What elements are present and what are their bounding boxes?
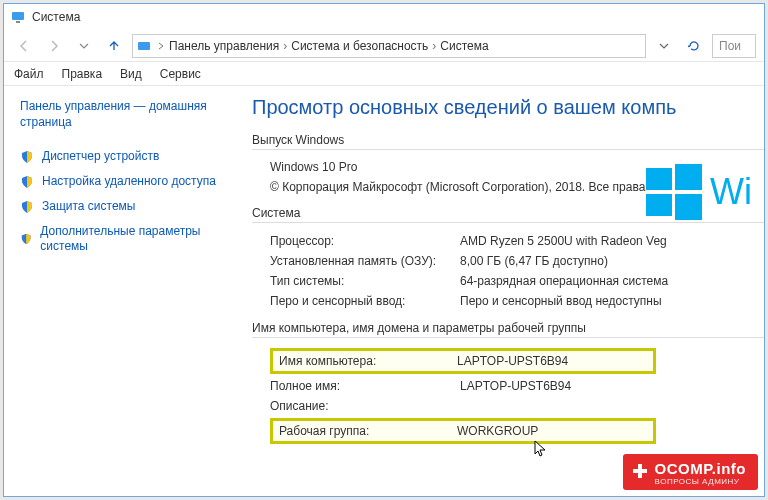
windows-logo-area: Wi [646, 164, 752, 220]
sidebar-item-label: Защита системы [42, 199, 135, 214]
breadcrumb-level1[interactable]: Панель управления [169, 39, 279, 53]
system-icon [10, 9, 26, 25]
menu-edit[interactable]: Правка [62, 67, 103, 81]
row-description: Описание: [270, 396, 764, 416]
watermark-badge: OCOMP.info ВОПРОСЫ АДМИНУ [623, 454, 758, 490]
svg-rect-8 [633, 469, 647, 473]
sidebar-advanced-settings[interactable]: Дополнительные параметры системы [20, 219, 226, 259]
svg-rect-4 [675, 164, 702, 190]
forward-button[interactable] [42, 34, 66, 58]
svg-rect-5 [646, 194, 672, 216]
breadcrumb-level3[interactable]: Система [440, 39, 488, 53]
row-workgroup: Рабочая группа:WORKGROUP [279, 423, 647, 439]
sidebar-device-manager[interactable]: Диспетчер устройств [20, 144, 226, 169]
sidebar-system-protection[interactable]: Защита системы [20, 194, 226, 219]
svg-rect-3 [646, 168, 672, 190]
recent-dropdown[interactable] [72, 34, 96, 58]
watermark-title: OCOMP.info [655, 460, 746, 477]
shield-icon [20, 150, 34, 164]
nav-toolbar: Панель управления › Система и безопаснос… [4, 30, 764, 62]
sidebar: Панель управления — домашняя страница Ди… [4, 86, 234, 496]
svg-rect-2 [138, 42, 150, 50]
up-button[interactable] [102, 34, 126, 58]
highlight-workgroup: Рабочая группа:WORKGROUP [270, 418, 656, 444]
divider [252, 337, 764, 338]
chevron-right-icon: › [281, 39, 289, 53]
svg-rect-1 [16, 21, 20, 23]
row-system-type: Тип системы:64-разрядная операционная си… [270, 271, 764, 291]
svg-rect-0 [12, 12, 24, 20]
windows-logo-icon [646, 164, 702, 220]
sidebar-remote-access[interactable]: Настройка удаленного доступа [20, 169, 226, 194]
section-windows-edition: Выпуск Windows [252, 133, 764, 147]
sidebar-item-label: Дополнительные параметры системы [40, 224, 226, 254]
row-ram: Установленная память (ОЗУ):8,00 ГБ (6,47… [270, 251, 764, 271]
page-title: Просмотр основных сведений о вашем компь [252, 96, 764, 119]
watermark-subtitle: ВОПРОСЫ АДМИНУ [655, 477, 746, 486]
refresh-button[interactable] [682, 38, 706, 54]
shield-icon [20, 232, 32, 246]
control-panel-home-link[interactable]: Панель управления — домашняя страница [20, 98, 220, 130]
divider [252, 149, 764, 150]
main-panel: Просмотр основных сведений о вашем компь… [234, 86, 764, 496]
content-area: Панель управления — домашняя страница Ди… [4, 86, 764, 496]
menu-bar: Файл Правка Вид Сервис [4, 62, 764, 86]
menu-service[interactable]: Сервис [160, 67, 201, 81]
row-computer-name: Имя компьютера:LAPTOP-UPST6B94 [279, 353, 647, 369]
divider [252, 222, 764, 223]
menu-view[interactable]: Вид [120, 67, 142, 81]
back-button[interactable] [12, 34, 36, 58]
chevron-right-icon: › [430, 39, 438, 53]
menu-file[interactable]: Файл [14, 67, 44, 81]
svg-rect-6 [675, 194, 702, 220]
titlebar: Система [4, 4, 764, 30]
plus-icon [631, 462, 649, 480]
breadcrumb-bar[interactable]: Панель управления › Система и безопаснос… [132, 34, 646, 58]
shield-icon [20, 175, 34, 189]
breadcrumb-level2[interactable]: Система и безопасность [291, 39, 428, 53]
window-title: Система [32, 10, 80, 24]
sidebar-item-label: Диспетчер устройств [42, 149, 159, 164]
sidebar-item-label: Настройка удаленного доступа [42, 174, 216, 189]
system-window: Система Панель управления › Система и бе… [3, 3, 765, 497]
search-input[interactable]: Пои [712, 34, 756, 58]
cursor-icon [534, 440, 548, 458]
windows-logo-text: Wi [710, 171, 752, 213]
row-processor: Процессор:AMD Ryzen 5 2500U with Radeon … [270, 231, 764, 251]
breadcrumb-root-icon[interactable] [137, 39, 165, 53]
highlight-computer-name: Имя компьютера:LAPTOP-UPST6B94 [270, 348, 656, 374]
search-placeholder: Пои [719, 39, 741, 53]
history-dropdown[interactable] [652, 34, 676, 58]
row-full-name: Полное имя:LAPTOP-UPST6B94 [270, 376, 764, 396]
row-pen-touch: Перо и сенсорный ввод:Перо и сенсорный в… [270, 291, 764, 311]
section-computer-name: Имя компьютера, имя домена и параметры р… [252, 321, 764, 335]
shield-icon [20, 200, 34, 214]
